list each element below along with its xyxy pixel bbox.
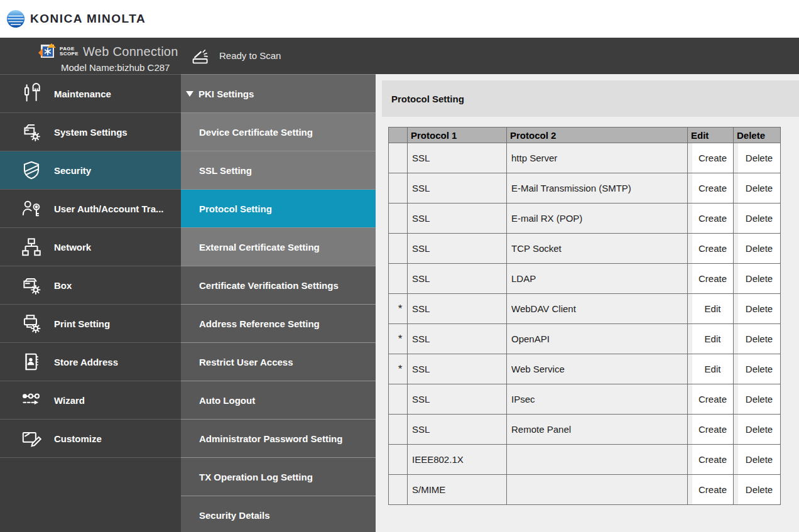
edit-action-button[interactable]: Create: [692, 143, 733, 173]
protocol-table: Protocol 1 Protocol 2 Edit Delete SSL ht…: [388, 127, 781, 505]
submenu-item-pki-settings[interactable]: PKI Settings: [181, 75, 376, 113]
edit-action-button[interactable]: Create: [692, 234, 733, 263]
product-name: Web Connection: [83, 45, 178, 59]
row-flag: [389, 264, 408, 294]
protocol2-cell: OpenAPI: [507, 324, 688, 354]
edit-action-button[interactable]: Create: [692, 204, 733, 233]
delete-action-button[interactable]: Delete: [738, 354, 780, 384]
table-row: SSL IPsec Create Delete: [389, 384, 781, 415]
col-header-edit: Edit: [688, 128, 734, 143]
submenu-item-device-certificate-setting[interactable]: Device Certificate Setting: [181, 113, 376, 151]
submenu-item-certificate-verification-settings[interactable]: Certificate Verification Settings: [181, 266, 376, 305]
col-header-protocol1: Protocol 1: [408, 128, 507, 143]
submenu-item-protocol-setting[interactable]: Protocol Setting: [181, 190, 376, 228]
delete-action-button[interactable]: Delete: [738, 234, 780, 263]
protocol1-cell: SSL: [408, 415, 507, 445]
edit-action-button[interactable]: Create: [692, 173, 733, 203]
protocol2-cell: [507, 445, 688, 475]
brand-bar: KONICA MINOLTA: [0, 0, 799, 38]
customize-icon: [19, 426, 44, 451]
submenu-item-administrator-password-setting[interactable]: Administrator Password Setting: [181, 420, 376, 458]
system-settings-icon: [19, 119, 44, 144]
protocol2-cell: LDAP: [507, 264, 688, 294]
table-row: SSL http Server Create Delete: [389, 143, 781, 173]
delete-action-button[interactable]: Delete: [738, 324, 780, 354]
delete-action-button[interactable]: Delete: [738, 294, 780, 323]
submenu-item-tx-operation-log-setting[interactable]: TX Operation Log Setting: [181, 458, 376, 496]
edit-action-button[interactable]: Create: [692, 384, 733, 414]
row-flag: [389, 384, 408, 415]
delete-action-button[interactable]: Delete: [738, 173, 780, 203]
table-row: SSL E-mail RX (POP) Create Delete: [389, 204, 781, 234]
sidebar-item-user-auth[interactable]: User Auth/Account Tra...: [0, 190, 181, 228]
protocol1-cell: IEEE802.1X: [408, 445, 507, 475]
edit-action-button[interactable]: Create: [692, 264, 733, 293]
expand-triangle-icon: [186, 91, 193, 97]
submenu-item-address-reference-setting[interactable]: Address Reference Setting: [181, 305, 376, 343]
sidebar-item-customize[interactable]: Customize: [0, 420, 181, 458]
protocol2-cell: TCP Socket: [507, 234, 688, 264]
edit-action-button[interactable]: Create: [692, 475, 733, 504]
row-flag: *: [389, 294, 408, 324]
pagescope-icon: [36, 41, 58, 62]
table-row: SSL LDAP Create Delete: [389, 264, 781, 294]
konica-minolta-logo: KONICA MINOLTA: [6, 9, 146, 28]
security-submenu: PKI Settings Device Certificate Setting …: [181, 74, 376, 532]
protocol1-cell: SSL: [408, 234, 507, 264]
main-navigation: Maintenance System Settings Security: [0, 74, 181, 532]
submenu-item-auto-logout[interactable]: Auto Logout: [181, 381, 376, 420]
sidebar-item-store-address[interactable]: Store Address: [0, 343, 181, 381]
protocol1-cell: SSL: [408, 204, 507, 234]
protocol1-cell: SSL: [408, 354, 507, 384]
delete-action-button[interactable]: Delete: [738, 384, 780, 414]
table-row: S/MIME Create Delete: [389, 475, 781, 505]
content-area: Protocol Setting Protocol 1 Protocol 2 E…: [376, 74, 799, 532]
model-name: Model Name:bizhub C287: [61, 62, 178, 73]
protocol2-cell: Web Service: [507, 354, 688, 384]
address-book-icon: [19, 349, 44, 374]
protocol1-cell: S/MIME: [408, 475, 507, 505]
table-row: * SSL OpenAPI Edit Delete: [389, 324, 781, 354]
protocol2-cell: E-Mail Transmission (SMTP): [507, 173, 688, 204]
submenu-item-ssl-setting[interactable]: SSL Setting: [181, 151, 376, 190]
sidebar-item-maintenance[interactable]: Maintenance: [0, 75, 181, 113]
edit-action-button[interactable]: Edit: [692, 294, 733, 323]
delete-action-button[interactable]: Delete: [738, 143, 780, 173]
sidebar-item-wizard[interactable]: Wizard: [0, 381, 181, 420]
protocol2-cell: WebDAV Client: [507, 294, 688, 324]
delete-action-button[interactable]: Delete: [738, 475, 780, 504]
sidebar-item-system-settings[interactable]: System Settings: [0, 113, 181, 151]
row-flag: [389, 173, 408, 204]
wizard-icon: [19, 388, 44, 413]
delete-action-button[interactable]: Delete: [738, 445, 780, 474]
table-row: * SSL WebDAV Client Edit Delete: [389, 294, 781, 324]
delete-action-button[interactable]: Delete: [738, 415, 780, 444]
row-flag: [389, 475, 408, 505]
submenu-item-restrict-user-access[interactable]: Restrict User Access: [181, 343, 376, 381]
sidebar-item-box[interactable]: Box: [0, 266, 181, 305]
delete-action-button[interactable]: Delete: [738, 264, 780, 293]
sidebar-item-network[interactable]: Network: [0, 228, 181, 266]
col-header-protocol2: Protocol 2: [507, 128, 688, 143]
row-flag: [389, 204, 408, 234]
protocol2-cell: IPsec: [507, 384, 688, 415]
edit-action-button[interactable]: Edit: [692, 354, 733, 384]
table-row: * SSL Web Service Edit Delete: [389, 354, 781, 384]
submenu-item-security-details[interactable]: Security Details: [181, 496, 376, 532]
edit-action-button[interactable]: Create: [692, 415, 733, 444]
printer-gear-icon: [19, 311, 44, 336]
network-icon: [19, 234, 44, 259]
shield-icon: [19, 158, 44, 183]
delete-action-button[interactable]: Delete: [738, 204, 780, 233]
sidebar-item-print-setting[interactable]: Print Setting: [0, 305, 181, 343]
submenu-item-external-certificate-setting[interactable]: External Certificate Setting: [181, 228, 376, 266]
page-title: Protocol Setting: [391, 94, 464, 104]
sidebar-item-security[interactable]: Security: [0, 151, 181, 190]
page-title-bar: Protocol Setting: [382, 80, 799, 117]
maintenance-icon: [19, 81, 44, 106]
row-flag: [389, 445, 408, 475]
edit-action-button[interactable]: Edit: [692, 324, 733, 354]
protocol2-cell: http Server: [507, 143, 688, 173]
edit-action-button[interactable]: Create: [692, 445, 733, 474]
col-header-delete: Delete: [734, 128, 781, 143]
